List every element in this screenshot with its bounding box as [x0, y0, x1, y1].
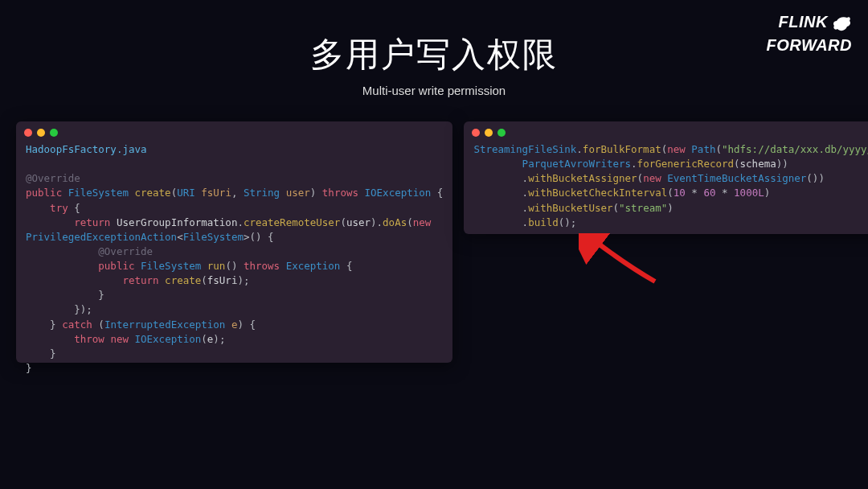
squirrel-icon [831, 14, 852, 38]
logo-line1: FLINK [779, 13, 828, 31]
window-controls [16, 121, 452, 141]
slide-subtitle: Multi-user write permission [0, 84, 868, 97]
close-icon [472, 129, 480, 137]
minimize-icon [485, 129, 493, 137]
code-left: HadoopFsFactory.java @Override public Fi… [16, 141, 452, 385]
minimize-icon [37, 129, 45, 137]
maximize-icon [497, 129, 506, 137]
flink-forward-logo: FLINK FORWARD [767, 14, 852, 53]
maximize-icon [50, 129, 58, 137]
code-panes: HadoopFsFactory.java @Override public Fi… [0, 105, 868, 379]
slide-title-block: 多用户写入权限 Multi-user write permission [0, 0, 868, 97]
window-controls [464, 121, 868, 141]
code-window-right: StreamingFileSink.forBulkFormat(new Path… [464, 121, 868, 234]
code-right: StreamingFileSink.forBulkFormat(new Path… [464, 141, 868, 240]
logo-line2: FORWARD [767, 36, 852, 54]
close-icon [24, 129, 32, 137]
slide-title: 多用户写入权限 [0, 32, 868, 77]
code-window-left: HadoopFsFactory.java @Override public Fi… [16, 121, 452, 363]
